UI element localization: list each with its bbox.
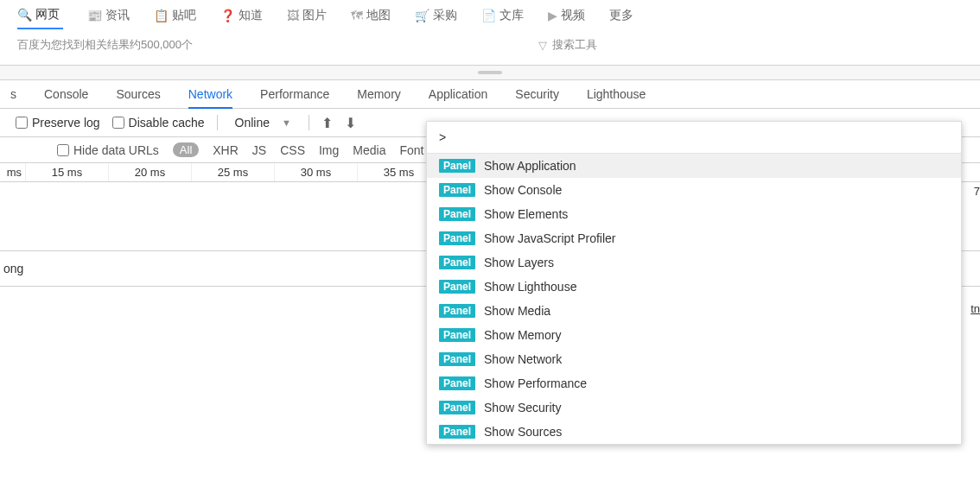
play-icon: ▶	[548, 9, 557, 22]
nav-label: 视频	[561, 8, 585, 23]
nav-label: 资讯	[105, 8, 130, 23]
time-prefix: ms	[0, 163, 26, 181]
panel-badge: Panel	[439, 425, 475, 439]
panel-badge: Panel	[439, 183, 475, 197]
nav-map[interactable]: 🗺地图	[351, 8, 391, 23]
nav-tieba[interactable]: 📋贴吧	[154, 8, 196, 23]
cmd-label: Show Media	[484, 304, 550, 318]
tab-cut[interactable]: s	[10, 87, 16, 101]
image-icon: 🖼	[287, 9, 299, 22]
download-icon[interactable]: ⬇	[345, 115, 356, 131]
tab-performance[interactable]: Performance	[260, 87, 329, 101]
tab-console[interactable]: Console	[44, 87, 88, 101]
cmd-show-memory[interactable]: PanelShow Memory	[427, 323, 961, 347]
right-edge-text: tn	[970, 302, 980, 315]
tab-application[interactable]: Application	[429, 87, 488, 101]
preserve-log-checkbox[interactable]: Preserve log	[16, 116, 100, 130]
tab-memory[interactable]: Memory	[357, 87, 401, 101]
cmd-label: Show Lighthouse	[484, 280, 576, 294]
drag-handle[interactable]	[0, 66, 980, 80]
filter-media[interactable]: Media	[353, 143, 385, 157]
nav-label: 贴吧	[172, 8, 196, 23]
nav-label: 图片	[302, 8, 327, 23]
cmd-show-network[interactable]: PanelShow Network	[427, 347, 961, 371]
preserve-log-label: Preserve log	[32, 116, 100, 130]
separator	[309, 115, 309, 130]
hide-data-urls-input[interactable]	[57, 144, 69, 156]
cmd-label: Show Network	[484, 352, 562, 366]
question-icon: ❓	[220, 9, 235, 22]
filter-xhr[interactable]: XHR	[213, 143, 239, 157]
time-col: 15 ms	[26, 163, 109, 181]
nav-label: 知道	[239, 8, 263, 23]
map-icon: 🗺	[351, 9, 363, 22]
disable-cache-input[interactable]	[112, 117, 124, 129]
filter-img[interactable]: Img	[319, 143, 339, 157]
cmd-show-console[interactable]: PanelShow Console	[427, 178, 961, 202]
cmd-show-media[interactable]: PanelShow Media	[427, 299, 961, 323]
panel-badge: Panel	[439, 256, 475, 269]
tab-sources[interactable]: Sources	[116, 87, 160, 101]
cmd-show-application[interactable]: PanelShow Application	[427, 154, 961, 178]
cmd-show-jsprofiler[interactable]: PanelShow JavaScript Profiler	[427, 226, 961, 250]
upload-icon[interactable]: ⬆	[321, 115, 333, 131]
panel-badge: Panel	[439, 159, 475, 173]
nav-image[interactable]: 🖼图片	[287, 8, 327, 23]
cmd-label: Show Memory	[484, 328, 561, 342]
filter-all[interactable]: All	[173, 142, 199, 157]
cmd-label: Show Sources	[484, 425, 562, 439]
nav-zhidao[interactable]: ❓知道	[220, 8, 263, 23]
panel-badge: Panel	[439, 328, 475, 342]
nav-label: 更多	[609, 8, 633, 23]
hide-data-urls-label: Hide data URLs	[73, 143, 159, 157]
clipboard-icon: 📋	[154, 9, 169, 22]
search-icon: 🔍	[17, 8, 32, 22]
nav-label: 地图	[366, 8, 391, 23]
command-list[interactable]: PanelShow Application PanelShow Console …	[427, 154, 961, 444]
command-input[interactable]: >	[427, 122, 961, 154]
cmd-label: Show Layers	[484, 256, 554, 269]
grip-icon	[478, 71, 502, 74]
throttle-label: Online	[235, 116, 270, 130]
cmd-show-sources[interactable]: PanelShow Sources	[427, 420, 961, 444]
funnel-icon: ▽	[538, 39, 547, 52]
filter-css[interactable]: CSS	[280, 143, 305, 157]
tab-network[interactable]: Network	[188, 87, 232, 101]
nav-news[interactable]: 📰资讯	[87, 8, 130, 23]
nav-caigou[interactable]: 🛒采购	[415, 8, 457, 23]
separator	[217, 115, 218, 130]
cmd-show-layers[interactable]: PanelShow Layers	[427, 250, 961, 275]
nav-web[interactable]: 🔍网页	[17, 7, 63, 29]
panel-badge: Panel	[439, 280, 475, 294]
nav-more[interactable]: 更多	[609, 8, 633, 23]
disable-cache-label: Disable cache	[129, 116, 205, 130]
filter-js[interactable]: JS	[252, 143, 266, 157]
nav-video[interactable]: ▶视频	[548, 8, 585, 23]
panel-badge: Panel	[439, 207, 475, 221]
cmd-show-performance[interactable]: PanelShow Performance	[427, 371, 961, 395]
search-tools[interactable]: ▽搜索工具	[538, 37, 597, 53]
tab-security[interactable]: Security	[515, 87, 559, 101]
time-col: 20 ms	[109, 163, 192, 181]
throttle-select[interactable]: Online▼	[230, 114, 296, 131]
hide-data-urls-checkbox[interactable]: Hide data URLs	[57, 143, 159, 157]
preserve-log-input[interactable]	[16, 117, 28, 129]
cmd-show-lighthouse[interactable]: PanelShow Lighthouse	[427, 275, 961, 299]
caret-down-icon: ▼	[282, 117, 291, 128]
news-icon: 📰	[87, 9, 102, 22]
panel-badge: Panel	[439, 376, 475, 390]
panel-badge: Panel	[439, 231, 475, 245]
nav-label: 采购	[433, 8, 457, 23]
cmd-show-elements[interactable]: PanelShow Elements	[427, 202, 961, 226]
baidu-top-nav: 🔍网页 📰资讯 📋贴吧 ❓知道 🖼图片 🗺地图 🛒采购 📄文库 ▶视频 更多	[0, 0, 980, 30]
time-col: 25 ms	[192, 163, 275, 181]
disable-cache-checkbox[interactable]: Disable cache	[112, 116, 205, 130]
nav-wenku[interactable]: 📄文库	[481, 8, 524, 23]
filter-font[interactable]: Font	[399, 143, 423, 157]
right-edge-number: 7	[974, 185, 980, 198]
results-count: 百度为您找到相关结果约500,000个	[17, 37, 193, 53]
tab-lighthouse[interactable]: Lighthouse	[587, 87, 646, 101]
cmd-label: Show Elements	[484, 207, 568, 221]
cmd-label: Show Performance	[484, 376, 587, 390]
cmd-show-security[interactable]: PanelShow Security	[427, 395, 961, 420]
